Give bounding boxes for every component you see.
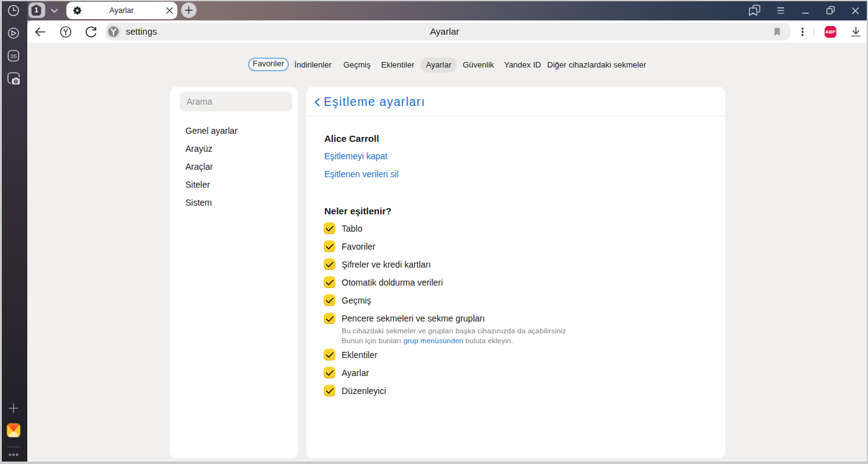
svg-text:ABP: ABP (825, 29, 835, 35)
svg-text:1: 1 (35, 6, 38, 14)
svg-text:35: 35 (10, 53, 17, 59)
